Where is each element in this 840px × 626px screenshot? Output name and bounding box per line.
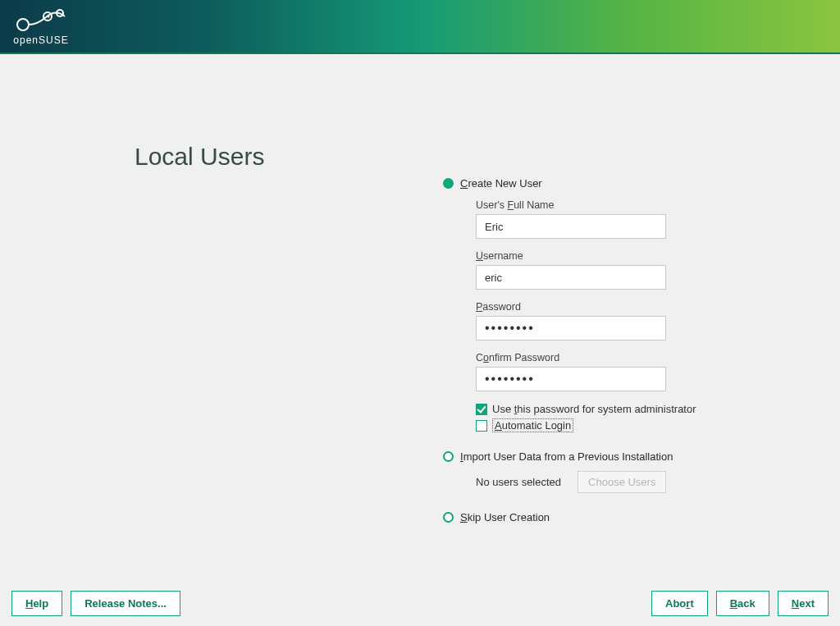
footer-left: Help Release Notes... bbox=[11, 591, 180, 616]
back-button[interactable]: Back bbox=[716, 591, 769, 616]
page-title: Local Users bbox=[135, 143, 264, 171]
logo: openSUSE bbox=[11, 7, 71, 46]
radio-skip-label: Skip User Creation bbox=[460, 511, 550, 523]
form-area: Create New User User's Full Name Usernam… bbox=[443, 177, 771, 530]
checkbox-unchecked-icon bbox=[476, 420, 487, 432]
confirm-password-input[interactable] bbox=[476, 367, 666, 391]
content-area: Local Users Create New User User's Full … bbox=[0, 54, 840, 579]
fullname-input[interactable] bbox=[476, 214, 666, 239]
checkbox-checked-icon bbox=[476, 404, 487, 415]
footer-right: Abort Back Next bbox=[651, 591, 829, 616]
header: openSUSE bbox=[0, 0, 840, 54]
help-button[interactable]: Help bbox=[11, 591, 62, 616]
radio-skip-user-creation[interactable]: Skip User Creation bbox=[443, 511, 771, 523]
choose-users-button: Choose Users bbox=[578, 471, 666, 493]
svg-point-0 bbox=[17, 19, 29, 30]
svg-point-2 bbox=[48, 16, 50, 18]
radio-selected-icon bbox=[443, 178, 454, 189]
radio-import-user-data[interactable]: Import User Data from a Previous Install… bbox=[443, 450, 771, 463]
username-input[interactable] bbox=[476, 265, 666, 290]
sysadmin-password-checkbox[interactable]: Use this password for system administrat… bbox=[476, 403, 771, 415]
radio-unselected-icon bbox=[443, 512, 454, 523]
opensuse-chameleon-icon bbox=[11, 7, 71, 33]
brand-name: openSUSE bbox=[13, 34, 68, 46]
abort-button[interactable]: Abort bbox=[651, 591, 708, 616]
radio-create-new-user[interactable]: Create New User bbox=[443, 177, 771, 190]
autologin-checkbox-label: Automatic Login bbox=[492, 418, 573, 432]
import-status-text: No users selected bbox=[476, 476, 561, 488]
next-button[interactable]: Next bbox=[778, 591, 829, 616]
confirm-password-label: Confirm Password bbox=[476, 352, 771, 363]
radio-create-label: Create New User bbox=[460, 177, 542, 190]
fullname-label: User's Full Name bbox=[476, 199, 771, 211]
radio-unselected-icon bbox=[443, 451, 454, 462]
username-label: Username bbox=[476, 250, 771, 262]
sysadmin-checkbox-label: Use this password for system administrat… bbox=[492, 403, 696, 415]
create-user-fields: User's Full Name Username Password Confi… bbox=[476, 199, 771, 432]
radio-import-label: Import User Data from a Previous Install… bbox=[460, 450, 673, 463]
footer: Help Release Notes... Abort Back Next bbox=[0, 580, 840, 626]
release-notes-button[interactable]: Release Notes... bbox=[71, 591, 180, 616]
password-input[interactable] bbox=[476, 316, 666, 340]
automatic-login-checkbox[interactable]: Automatic Login bbox=[476, 418, 771, 432]
import-subsection: No users selected Choose Users bbox=[476, 471, 771, 493]
password-label: Password bbox=[476, 301, 771, 313]
